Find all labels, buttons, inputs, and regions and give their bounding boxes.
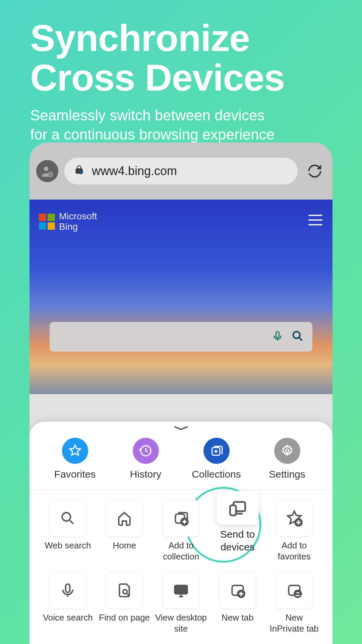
bing-logo[interactable]: MicrosoftBing — [39, 211, 97, 232]
new-inprivate-tab-button[interactable]: New InPrivate tab — [267, 572, 321, 634]
bing-search-bar[interactable] — [50, 322, 312, 352]
microsoft-logo-icon — [39, 214, 55, 230]
url-text: www4.bing.com — [92, 164, 177, 178]
bottom-sheet: Favorites History Collections Settings — [29, 422, 333, 644]
find-on-page-button[interactable]: Find on page — [98, 572, 151, 634]
add-to-collection-button[interactable]: Add to collection — [155, 500, 208, 562]
address-bar[interactable]: www4.bing.com — [64, 158, 298, 184]
history-button[interactable]: History — [119, 438, 173, 480]
svg-rect-13 — [230, 505, 236, 516]
refresh-button[interactable] — [304, 160, 326, 182]
svg-point-9 — [62, 513, 71, 521]
bing-homepage: MicrosoftBing — [29, 200, 333, 394]
home-button[interactable]: Home — [98, 500, 151, 562]
collections-button[interactable]: Collections — [190, 438, 243, 480]
settings-button[interactable]: Settings — [260, 438, 314, 480]
svg-rect-4 — [276, 332, 279, 338]
svg-point-5 — [293, 332, 300, 338]
svg-point-0 — [44, 167, 48, 171]
view-desktop-site-button[interactable]: View desktop site — [155, 572, 208, 634]
add-to-favorites-button[interactable]: Add to favorites — [267, 500, 321, 562]
svg-rect-17 — [175, 585, 187, 594]
sheet-grabber[interactable] — [29, 422, 333, 434]
star-icon — [62, 438, 88, 464]
voice-search-button[interactable]: Voice search — [41, 572, 95, 634]
new-tab-button[interactable]: New tab — [211, 572, 264, 634]
phone-mock: www4.bing.com MicrosoftBing — [29, 143, 333, 644]
browser-topbar: www4.bing.com — [29, 143, 333, 200]
svg-point-16 — [123, 590, 127, 594]
collections-icon — [203, 438, 230, 464]
favorites-button[interactable]: Favorites — [48, 438, 102, 480]
menu-button[interactable] — [308, 215, 322, 225]
web-search-button[interactable]: Web search — [41, 500, 95, 562]
hero-title: Synchronize Cross Devices — [0, 0, 362, 102]
search-icon[interactable] — [291, 329, 304, 344]
quick-actions-row: Favorites History Collections Settings — [29, 434, 333, 490]
gear-icon — [274, 438, 300, 464]
send-to-devices-button[interactable]: Send to devices — [211, 491, 264, 553]
history-icon — [133, 438, 159, 464]
svg-point-8 — [286, 449, 289, 452]
svg-rect-15 — [66, 584, 70, 592]
lock-icon — [74, 164, 84, 178]
svg-point-3 — [79, 170, 83, 174]
bing-label: MicrosoftBing — [59, 211, 97, 232]
profile-avatar[interactable] — [36, 160, 58, 182]
mic-icon[interactable] — [272, 330, 284, 343]
